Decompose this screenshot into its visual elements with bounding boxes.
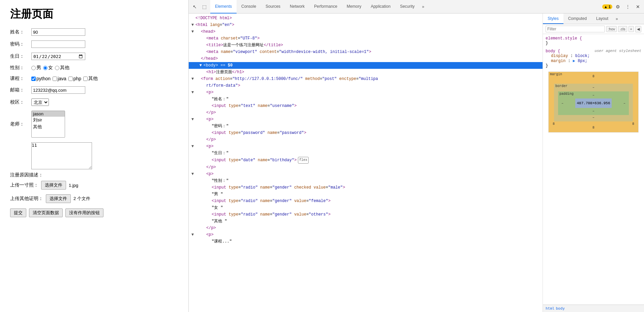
course-java-checkbox[interactable] [53, 77, 57, 81]
html-panel[interactable]: <!DOCTYPE html> ▼ <html lang="en"> ▼ <he… [189, 13, 543, 312]
html-line[interactable]: ▼ <head> [189, 28, 543, 35]
hov-btn[interactable]: :hov [606, 26, 617, 32]
html-line[interactable]: "性别：" [189, 177, 543, 184]
html-line[interactable]: ▼ <p> [189, 116, 543, 123]
html-line[interactable]: ▼ <html lang="en"> [189, 22, 543, 28]
html-line[interactable]: <h1>注册页面</h1> [189, 69, 543, 76]
html-line[interactable]: ▼ <p> [189, 143, 543, 150]
noop-button[interactable]: 没有作用的按钮 [65, 208, 103, 217]
html-line[interactable]: <title>这是一个练习注册网址</title> [189, 42, 543, 49]
tab-sources[interactable]: Sources [261, 0, 285, 13]
cls-btn[interactable]: .cls [618, 26, 627, 32]
html-line[interactable]: </p> [189, 136, 543, 143]
settings-icon-btn[interactable]: ⚙ [613, 2, 622, 11]
devtools-right-icons: ▲ 1 ⚙ ⋮ ✕ [602, 2, 643, 11]
expand-btn[interactable]: ◀ [635, 26, 641, 32]
email-input[interactable] [31, 86, 85, 94]
birthday-input[interactable] [31, 53, 85, 60]
devtools-body: <!DOCTYPE html> ▼ <html lang="en"> ▼ <he… [189, 13, 644, 312]
tab-performance[interactable]: Performance [309, 0, 342, 13]
html-line[interactable]: <input type="radio" name="gender" value=… [189, 198, 543, 204]
submit-button[interactable]: 提交 [10, 208, 26, 217]
tab-application[interactable]: Application [366, 0, 395, 13]
html-line[interactable]: <input type="date" name="birthday"> flex [189, 157, 543, 164]
html-line-body[interactable]: ... ▼ <body> == $0 [189, 62, 543, 69]
course-php-checkbox[interactable] [68, 77, 73, 81]
html-line[interactable]: </p> [189, 164, 543, 171]
html-line[interactable]: <!DOCTYPE html> [189, 15, 543, 22]
tab-console[interactable]: Console [237, 0, 261, 13]
margin-expand-arrow[interactable]: ▶ [573, 59, 575, 63]
teacher-listbox[interactable]: jason 刘sir 其他 [31, 111, 65, 138]
html-line[interactable]: <input type="radio" name="gender" checke… [189, 184, 543, 191]
styles-tab-layout[interactable]: Layout [591, 13, 613, 24]
gender-other-label[interactable]: 其他 [55, 65, 69, 71]
tab-network[interactable]: Network [285, 0, 309, 13]
course-python-checkbox[interactable] [31, 77, 36, 81]
html-line[interactable]: "姓名：" [189, 96, 543, 103]
html-line[interactable]: </p> [189, 225, 543, 231]
styles-content[interactable]: element.style { } body { user agent styl… [543, 34, 644, 305]
tab-elements[interactable]: Elements [210, 0, 237, 13]
html-line[interactable]: ▼ <p> [189, 171, 543, 177]
course-other-checkbox[interactable] [83, 77, 88, 81]
registration-form-pane: 注册页面 姓名： 密码： 生日： 性别： 男 女 其他 课程： [0, 0, 189, 312]
course-python-label[interactable]: python [31, 76, 51, 81]
breadcrumb-body[interactable]: body [556, 306, 565, 311]
name-input[interactable] [31, 28, 85, 36]
tab-more-btn[interactable]: » [419, 0, 427, 13]
cert-row: 上传其他证明： 选择文件 2 个文件 [10, 194, 178, 203]
html-line[interactable]: <meta name="viewport" content="width=dev… [189, 49, 543, 55]
styles-tab-styles[interactable]: Styles [543, 13, 563, 24]
styles-filter-input[interactable] [546, 26, 605, 32]
more-vert-icon-btn[interactable]: ⋮ [623, 2, 633, 11]
html-line[interactable]: <input type="text" name="username"> [189, 103, 543, 109]
photo-btn[interactable]: 选择文件 [41, 181, 66, 190]
desc-textarea[interactable]: 11 [31, 142, 92, 169]
breadcrumb-html[interactable]: html [546, 306, 555, 311]
flex-badge[interactable]: flex [298, 157, 309, 164]
html-line[interactable]: ▼ <p> [189, 231, 543, 238]
cursor-icon-btn[interactable]: ↖ [190, 2, 200, 11]
html-line[interactable]: "男 " [189, 191, 543, 198]
html-line[interactable]: "其他 " [189, 218, 543, 225]
cert-btn[interactable]: 选择文件 [46, 194, 71, 203]
html-line[interactable]: "生日：" [189, 150, 543, 157]
gender-male-label[interactable]: 男 [31, 65, 41, 71]
element-style-block: element.style { } [546, 36, 641, 46]
course-other-label[interactable]: 其他 [83, 76, 98, 82]
html-line[interactable]: "课程..." [189, 238, 543, 245]
body-style-block: body { user agent stylesheet display : b… [546, 49, 641, 68]
html-line[interactable]: "密码：" [189, 123, 543, 130]
html-line[interactable]: ▼ <form action="http://127.0.0.1:5000/fu… [189, 76, 543, 82]
close-icon-btn[interactable]: ✕ [633, 2, 643, 11]
border-bottom-val: – [556, 116, 631, 119]
tab-memory[interactable]: Memory [342, 0, 366, 13]
html-line[interactable]: <input type="radio" name="gender" value=… [189, 211, 543, 218]
reset-button[interactable]: 清空页面数据 [29, 208, 63, 217]
html-line[interactable]: "女 " [189, 204, 543, 211]
styles-tab-more[interactable]: » [613, 13, 621, 24]
gender-female-radio[interactable] [43, 66, 48, 70]
gender-row: 性别： 男 女 其他 [10, 65, 178, 71]
tab-security[interactable]: Security [395, 0, 419, 13]
password-input[interactable] [31, 40, 85, 48]
html-line[interactable]: rt/form-data"> [189, 82, 543, 89]
warning-badge[interactable]: ▲ 1 [602, 4, 612, 9]
html-line[interactable]: ▼ <p> [189, 89, 543, 96]
device-toolbar-icon-btn[interactable]: ⬚ [200, 2, 209, 11]
form-buttons: 提交 清空页面数据 没有作用的按钮 [10, 208, 178, 217]
styles-tab-computed[interactable]: Computed [563, 13, 591, 24]
html-line[interactable]: <meta charset="UTF-8"> [189, 35, 543, 42]
html-line[interactable]: <input type="password" name="password"> [189, 130, 543, 136]
add-style-btn[interactable]: + [628, 26, 634, 32]
name-label: 姓名： [10, 29, 29, 35]
campus-select[interactable]: 北京 上海 广州 [31, 98, 49, 106]
gender-male-radio[interactable] [31, 66, 36, 70]
html-line[interactable]: </p> [189, 109, 543, 116]
gender-other-radio[interactable] [55, 66, 59, 70]
gender-female-label[interactable]: 女 [43, 65, 53, 71]
course-php-label[interactable]: php [68, 76, 81, 81]
course-java-label[interactable]: java [53, 76, 66, 81]
html-line[interactable]: </head> [189, 55, 543, 62]
